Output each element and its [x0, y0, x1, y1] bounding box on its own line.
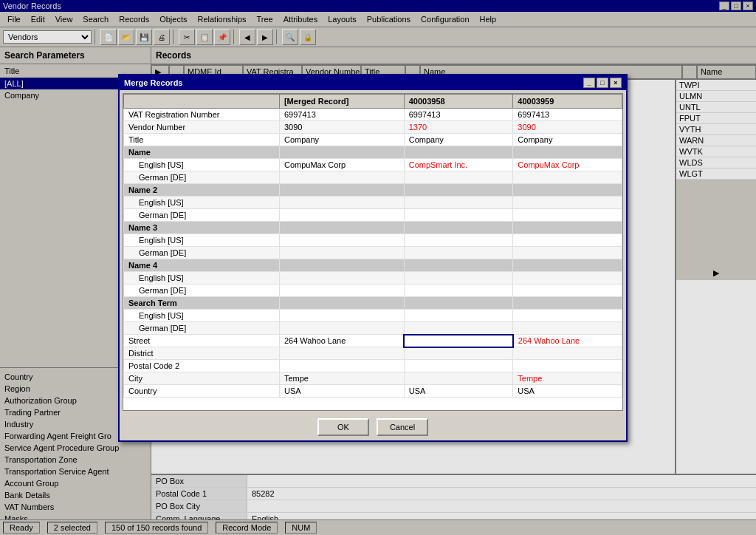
field-name4-en-r2[interactable] [513, 272, 622, 284]
field-name2-de-r2[interactable] [513, 209, 622, 222]
field-country-merged[interactable]: USA [279, 385, 404, 398]
field-name-de-r1[interactable] [404, 171, 513, 184]
field-name2-de-merged[interactable] [279, 209, 404, 222]
field-searchterm-de-r1[interactable] [404, 322, 513, 335]
col-merged[interactable]: [Merged Record] [279, 95, 404, 109]
field-name2-en-label: English [US] [124, 197, 280, 209]
field-name4-section-merged [279, 259, 404, 272]
field-postal2-r1[interactable] [404, 360, 513, 372]
field-street-label: Street [124, 335, 280, 347]
field-name2-section-r1 [404, 184, 513, 197]
field-postal2-label: Postal Code 2 [124, 360, 280, 372]
row-name3-section: Name 3 [124, 222, 622, 234]
row-vat: VAT Registration Number 6997413 6997413 … [124, 109, 622, 121]
merge-table: [Merged Record] 40003958 40003959 VAT Re… [123, 94, 622, 398]
field-name3-de-merged[interactable] [279, 247, 404, 259]
field-name4-en-label: English [US] [124, 272, 280, 284]
field-vendor-r2[interactable]: 3090 [513, 121, 622, 134]
field-searchterm-de-r2[interactable] [513, 322, 622, 335]
field-name-en-merged[interactable]: CompuMax Corp [279, 159, 404, 171]
field-searchterm-en-label: English [US] [124, 310, 280, 322]
field-name3-en-r1[interactable] [404, 234, 513, 247]
row-postal2: Postal Code 2 [124, 360, 622, 372]
field-name4-en-merged[interactable] [279, 272, 404, 284]
field-district-r2[interactable] [513, 347, 622, 360]
field-searchterm-section-label: Search Term [124, 297, 280, 310]
field-name-en-r1[interactable]: CompSmart Inc. [404, 159, 513, 171]
field-title-r2[interactable]: Company [513, 134, 622, 146]
col-field [124, 95, 280, 109]
field-name3-de-r2[interactable] [513, 247, 622, 259]
field-street-merged[interactable]: 264 Wahoo Lane [279, 335, 404, 347]
field-vat-r2[interactable]: 6997413 [513, 109, 622, 121]
dialog-maximize-btn[interactable]: □ [597, 78, 608, 88]
col-r1[interactable]: 40003958 [404, 95, 513, 109]
row-title: Title Company Company Company [124, 134, 622, 146]
merge-dialog-title: Merge Records [124, 78, 182, 87]
field-vendor-merged[interactable]: 3090 [279, 121, 404, 134]
field-district-label: District [124, 347, 280, 360]
row-country: Country USA USA USA [124, 385, 622, 398]
row-name3-de: German [DE] [124, 247, 622, 259]
field-vat-r1[interactable]: 6997413 [404, 109, 513, 121]
row-street: Street 264 Wahoo Lane 264 Wahoo Lane [124, 335, 622, 347]
field-country-r1[interactable]: USA [404, 385, 513, 398]
field-name3-section-merged [279, 222, 404, 234]
field-district-merged[interactable] [279, 347, 404, 360]
field-name2-en-merged[interactable] [279, 197, 404, 209]
field-name3-de-label: German [DE] [124, 247, 280, 259]
field-name-de-label: German [DE] [124, 171, 280, 184]
field-searchterm-de-merged[interactable] [279, 322, 404, 335]
field-name4-de-merged[interactable] [279, 284, 404, 297]
field-district-r1[interactable] [404, 347, 513, 360]
ok-button[interactable]: OK [317, 418, 369, 436]
field-street-r1[interactable] [404, 335, 513, 347]
field-country-r2[interactable]: USA [513, 385, 622, 398]
field-name3-en-r2[interactable] [513, 234, 622, 247]
field-name3-section-r1 [404, 222, 513, 234]
field-name2-en-r1[interactable] [404, 197, 513, 209]
field-searchterm-en-merged[interactable] [279, 310, 404, 322]
field-name-en-r2[interactable]: CompuMax Corp [513, 159, 622, 171]
row-name2-de: German [DE] [124, 209, 622, 222]
field-name3-de-r1[interactable] [404, 247, 513, 259]
row-name-en: English [US] CompuMax Corp CompSmart Inc… [124, 159, 622, 171]
row-name-de: German [DE] [124, 171, 622, 184]
row-name2-section: Name 2 [124, 184, 622, 197]
field-vendor-r1[interactable]: 1370 [404, 121, 513, 134]
dialog-minimize-btn[interactable]: _ [583, 78, 595, 88]
cancel-button[interactable]: Cancel [377, 418, 428, 436]
field-name4-de-r2[interactable] [513, 284, 622, 297]
field-name-en-label: English [US] [124, 159, 280, 171]
field-street-r2[interactable]: 264 Wahoo Lane [513, 335, 622, 347]
field-name2-section-label: Name 2 [124, 184, 280, 197]
field-name4-en-r1[interactable] [404, 272, 513, 284]
field-searchterm-en-r2[interactable] [513, 310, 622, 322]
field-country-label: Country [124, 385, 280, 398]
field-name3-en-merged[interactable] [279, 234, 404, 247]
field-city-r2[interactable]: Tempe [513, 372, 622, 385]
dialog-button-row: OK Cancel [120, 414, 626, 440]
field-title-merged[interactable]: Company [279, 134, 404, 146]
field-name4-de-r1[interactable] [404, 284, 513, 297]
field-name-de-r2[interactable] [513, 171, 622, 184]
col-r2[interactable]: 40003959 [513, 95, 622, 109]
field-name-de-merged[interactable] [279, 171, 404, 184]
field-searchterm-en-r1[interactable] [404, 310, 513, 322]
field-vat-merged[interactable]: 6997413 [279, 109, 404, 121]
row-searchterm-section: Search Term [124, 297, 622, 310]
dialog-close-btn[interactable]: × [610, 78, 622, 88]
field-city-merged[interactable]: Tempe [279, 372, 404, 385]
field-name4-section-label: Name 4 [124, 259, 280, 272]
field-postal2-merged[interactable] [279, 360, 404, 372]
row-name3-en: English [US] [124, 234, 622, 247]
row-name4-en: English [US] [124, 272, 622, 284]
field-name2-en-r2[interactable] [513, 197, 622, 209]
field-name-section-label: Name [124, 146, 280, 159]
field-title-r1[interactable]: Company [404, 134, 513, 146]
field-postal2-r2[interactable] [513, 360, 622, 372]
field-vendor-label: Vendor Number [124, 121, 280, 134]
field-name2-de-r1[interactable] [404, 209, 513, 222]
field-city-r1[interactable] [404, 372, 513, 385]
row-name4-section: Name 4 [124, 259, 622, 272]
